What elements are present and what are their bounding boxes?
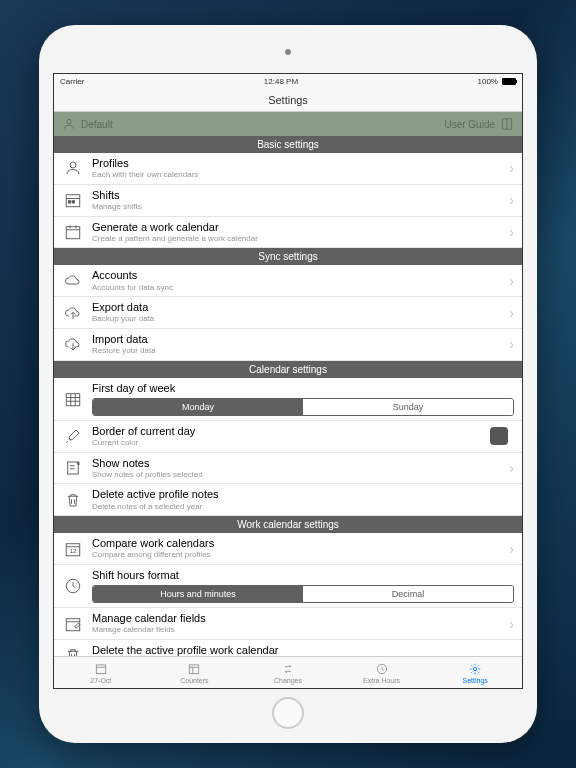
row-title: Show notes (92, 457, 509, 470)
cloud-icon (62, 270, 84, 292)
row-import[interactable]: Import dataRestore your data › (54, 329, 522, 361)
chevron-right-icon: › (509, 616, 514, 632)
row-manage-fields[interactable]: Manage calendar fieldsManage calendar fi… (54, 608, 522, 640)
tab-settings[interactable]: Settings (428, 657, 522, 688)
nav-bar: Settings (54, 88, 522, 112)
ipad-frame: Carrier 12:48 PM 100% Settings Default U… (39, 25, 537, 743)
profile-name: Default (81, 119, 113, 130)
settings-content[interactable]: Basic settings ProfilesEach with their o… (54, 136, 522, 656)
status-bar: Carrier 12:48 PM 100% (54, 74, 522, 88)
user-guide-label: User Guide (444, 119, 495, 130)
row-title: Border of current day (92, 425, 490, 438)
note-icon (62, 457, 84, 479)
first-day-segmented[interactable]: Monday Sunday (92, 398, 514, 416)
row-generate[interactable]: Generate a work calendarCreate a pattern… (54, 217, 522, 249)
chevron-right-icon: › (509, 273, 514, 289)
chevron-right-icon: › (509, 305, 514, 321)
row-title: Delete active profile notes (92, 488, 514, 501)
row-title: Shifts (92, 189, 509, 202)
chevron-right-icon: › (509, 160, 514, 176)
tab-changes[interactable]: Changes (241, 657, 335, 688)
page-title: Settings (268, 94, 308, 106)
row-title: Accounts (92, 269, 509, 282)
row-subtitle: Accounts for data sync (92, 283, 509, 293)
tab-calendar[interactable]: 27-Oct (54, 657, 148, 688)
chevron-right-icon: › (509, 336, 514, 352)
basic-settings-header: Basic settings (54, 136, 522, 153)
row-title: Generate a work calendar (92, 221, 509, 234)
seg-sunday[interactable]: Sunday (303, 399, 513, 415)
row-first-day: First day of week Monday Sunday (54, 378, 522, 421)
tab-bar: 27-Oct Counters Changes Extra Hours Sett… (54, 656, 522, 688)
calendar-icon (62, 221, 84, 243)
row-title: Export data (92, 301, 509, 314)
svg-point-32 (473, 667, 477, 671)
svg-rect-28 (190, 664, 199, 673)
row-border-color[interactable]: Border of current dayCurrent color (54, 421, 522, 453)
calendar-settings-header: Calendar settings (54, 361, 522, 378)
row-title: Shift hours format (92, 569, 514, 582)
row-subtitle: Restore your data (92, 346, 509, 356)
tab-extra-hours[interactable]: Extra Hours (335, 657, 429, 688)
seg-decimal[interactable]: Decimal (303, 586, 513, 602)
row-title: Profiles (92, 157, 509, 170)
screen: Carrier 12:48 PM 100% Settings Default U… (53, 73, 523, 689)
profile-bar: Default User Guide (54, 112, 522, 136)
row-title: First day of week (92, 382, 514, 395)
row-subtitle: Delete notes of a selected year (92, 502, 514, 512)
row-subtitle: Manage calendar fields (92, 625, 509, 635)
battery-icon (502, 78, 516, 85)
work-calendar-header: Work calendar settings (54, 516, 522, 533)
row-delete-notes[interactable]: Delete active profile notesDelete notes … (54, 484, 522, 516)
profile-selector[interactable]: Default (62, 117, 113, 131)
row-title: Manage calendar fields (92, 612, 509, 625)
carrier-label: Carrier (60, 77, 84, 86)
row-accounts[interactable]: AccountsAccounts for data sync › (54, 265, 522, 297)
svg-rect-24 (66, 618, 80, 630)
chevron-right-icon: › (509, 224, 514, 240)
shifts-icon (62, 189, 84, 211)
tab-label: Settings (463, 677, 488, 684)
cloud-download-icon (62, 333, 84, 355)
row-profiles[interactable]: ProfilesEach with their own calendars › (54, 153, 522, 185)
chevron-right-icon: › (509, 460, 514, 476)
tab-label: Extra Hours (363, 677, 400, 684)
tab-counters[interactable]: Counters (148, 657, 242, 688)
color-swatch (490, 427, 508, 445)
row-shifts[interactable]: ShiftsManage shifts › (54, 185, 522, 217)
user-guide-button[interactable]: User Guide (444, 117, 514, 131)
row-subtitle: Each with their own calendars (92, 170, 509, 180)
row-subtitle: Create a pattern and generate a work cal… (92, 234, 509, 244)
row-subtitle: Compare among different profiles (92, 550, 509, 560)
row-subtitle: Backup your data (92, 314, 509, 324)
svg-text:12: 12 (70, 547, 77, 553)
home-button[interactable] (272, 697, 304, 729)
svg-rect-26 (96, 664, 105, 673)
camera (285, 49, 291, 55)
row-export[interactable]: Export dataBackup your data › (54, 297, 522, 329)
clock-icon (62, 575, 84, 597)
tab-label: 27-Oct (90, 677, 111, 684)
trash-icon (62, 644, 84, 656)
format-segmented[interactable]: Hours and minutes Decimal (92, 585, 514, 603)
row-subtitle: Current color (92, 438, 490, 448)
svg-rect-7 (72, 201, 74, 203)
profile-icon (62, 117, 76, 131)
svg-rect-8 (66, 227, 80, 239)
svg-rect-12 (66, 394, 80, 406)
row-compare[interactable]: 12 Compare work calendarsCompare among d… (54, 533, 522, 565)
eyedropper-icon (62, 425, 84, 447)
chevron-right-icon: › (509, 192, 514, 208)
seg-monday[interactable]: Monday (93, 399, 303, 415)
svg-point-3 (70, 162, 76, 168)
battery-label: 100% (478, 77, 498, 86)
svg-point-0 (67, 119, 72, 124)
tab-label: Counters (180, 677, 208, 684)
seg-hours-minutes[interactable]: Hours and minutes (93, 586, 303, 602)
row-title: Compare work calendars (92, 537, 509, 550)
row-show-notes[interactable]: Show notesShow notes of profiles selecte… (54, 453, 522, 485)
sync-settings-header: Sync settings (54, 248, 522, 265)
cloud-upload-icon (62, 302, 84, 324)
calendar-date-icon: 12 (62, 538, 84, 560)
row-delete-calendar[interactable]: Delete the active profile work calendarD… (54, 640, 522, 656)
